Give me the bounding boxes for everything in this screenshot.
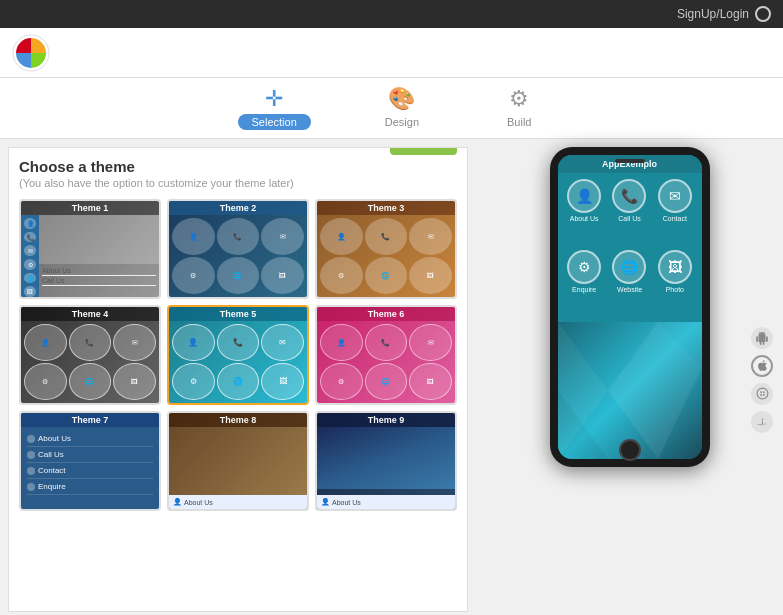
phone-app-grid: 👤 About Us 📞 Call Us ✉ Contact ⚙ Enquire [558, 173, 702, 322]
t6-icon-3: ✉ [409, 324, 452, 361]
phone-app-about-us[interactable]: 👤 About Us [564, 179, 605, 246]
theme-card-1[interactable]: Theme 1 👤 📞 ✉ ⚙ 🌐 🖼 About Us Call Us [19, 199, 161, 299]
phone-screen: AppExemplo 👤 About Us 📞 Call Us ✉ Contac… [558, 155, 702, 459]
main-content: Choose a theme (You also have the option… [0, 139, 783, 615]
t3-icon-4: ⚙ [320, 257, 363, 294]
svg-point-5 [757, 388, 768, 399]
wizard-step-design[interactable]: 🎨 Design [371, 86, 433, 130]
svg-rect-9 [763, 394, 765, 396]
theme2-title: Theme 2 [169, 201, 307, 215]
blackberry-icon[interactable] [751, 383, 773, 405]
phone-contact-icon: ✉ [658, 179, 692, 213]
t5-icon-1: 👤 [172, 324, 215, 361]
t2-icon-6: 🖼 [261, 257, 304, 294]
t3-icon-1: 👤 [320, 218, 363, 255]
phone-call-us-label: Call Us [618, 215, 641, 222]
phone-app-call-us[interactable]: 📞 Call Us [609, 179, 650, 246]
t2-icon-1: 👤 [172, 218, 215, 255]
phone-home-button[interactable] [619, 439, 641, 461]
theme-card-2[interactable]: Theme 2 👤 📞 ✉ ⚙ 🌐 🖼 [167, 199, 309, 299]
phone-app-title: AppExemplo [558, 155, 702, 173]
phone-contact-label: Contact [663, 215, 687, 222]
svg-rect-6 [760, 391, 762, 393]
phone-app-website[interactable]: 🌐 Website [609, 250, 650, 317]
design-label: Design [371, 114, 433, 130]
phone-photo-label: Photo [666, 286, 684, 293]
next-button[interactable]: Next [390, 147, 457, 155]
t3-icon-6: 🖼 [409, 257, 452, 294]
t2-icon-2: 📞 [217, 218, 260, 255]
amazon-icon[interactable] [751, 411, 773, 433]
t1-icon-5: 🌐 [24, 273, 36, 284]
theme6-title: Theme 6 [317, 307, 455, 321]
t4-icon-1: 👤 [24, 324, 67, 361]
phone-about-us-icon: 👤 [567, 179, 601, 213]
t7-list-item-4: Enquire [27, 479, 153, 495]
t3-icon-2: 📞 [365, 218, 408, 255]
theme4-title: Theme 4 [21, 307, 159, 321]
theme9-bottom-bar: 👤About Us [317, 495, 455, 509]
t3-icon-3: ✉ [409, 218, 452, 255]
t5-icon-4: ⚙ [172, 363, 215, 400]
theme8-title: Theme 8 [169, 413, 307, 427]
theme-card-5[interactable]: Theme 5 👤 📞 ✉ ⚙ 🌐 🖼 [167, 305, 309, 405]
theme-card-3[interactable]: Theme 3 👤 📞 ✉ ⚙ 🌐 🖼 [315, 199, 457, 299]
phone-app-contact[interactable]: ✉ Contact [654, 179, 695, 246]
android-icon[interactable] [751, 327, 773, 349]
t6-icon-5: 🌐 [365, 363, 408, 400]
t5-icon-2: 📞 [217, 324, 260, 361]
phone-enquire-icon: ⚙ [567, 250, 601, 284]
phone-website-label: Website [617, 286, 642, 293]
t6-icon-1: 👤 [320, 324, 363, 361]
theme-card-6[interactable]: Theme 6 👤 📞 ✉ ⚙ 🌐 🖼 [315, 305, 457, 405]
t6-icon-4: ⚙ [320, 363, 363, 400]
signup-login-link[interactable]: SignUp/Login [677, 7, 749, 21]
theme7-title: Theme 7 [21, 413, 159, 427]
selection-icon: ✛ [265, 86, 283, 112]
t7-list-item-3: Contact [27, 463, 153, 479]
t1-icon-2: 📞 [24, 232, 36, 243]
theme-card-9[interactable]: Theme 9 👤About Us [315, 411, 457, 511]
t7-list-item-2: Call Us [27, 447, 153, 463]
t4-icon-2: 📞 [69, 324, 112, 361]
t6-icon-6: 🖼 [409, 363, 452, 400]
build-label: Build [493, 114, 545, 130]
design-icon: 🎨 [388, 86, 415, 112]
svg-rect-8 [760, 394, 762, 396]
theme-card-7[interactable]: Theme 7 About Us Call Us Contact [19, 411, 161, 511]
header [0, 28, 783, 78]
theme3-title: Theme 3 [317, 201, 455, 215]
phone-about-us-label: About Us [570, 215, 599, 222]
globe-icon[interactable] [755, 6, 771, 22]
t5-icon-3: ✉ [261, 324, 304, 361]
top-bar-right: SignUp/Login [677, 6, 771, 22]
theme-card-4[interactable]: Theme 4 👤 📞 ✉ ⚙ 🌐 🖼 [19, 305, 161, 405]
t4-icon-5: 🌐 [69, 363, 112, 400]
left-panel: Choose a theme (You also have the option… [8, 147, 468, 612]
phone-app-enquire[interactable]: ⚙ Enquire [564, 250, 605, 317]
side-icons [751, 327, 773, 433]
t1-icon-3: ✉ [24, 245, 36, 256]
right-panel: AppExemplo 👤 About Us 📞 Call Us ✉ Contac… [476, 139, 783, 615]
t2-icon-3: ✉ [261, 218, 304, 255]
t4-icon-3: ✉ [113, 324, 156, 361]
t6-icon-2: 📞 [365, 324, 408, 361]
apple-icon[interactable] [751, 355, 773, 377]
t1-icon-1: 👤 [24, 218, 36, 229]
selection-label: Selection [238, 114, 311, 130]
t7-list-item-1: About Us [27, 431, 153, 447]
wizard-step-build[interactable]: ⚙ Build [493, 86, 545, 130]
svg-rect-7 [763, 391, 765, 393]
build-icon: ⚙ [509, 86, 529, 112]
wizard-step-selection[interactable]: ✛ Selection [238, 86, 311, 130]
phone-app-photo[interactable]: 🖼 Photo [654, 250, 695, 317]
panel-subtitle: (You also have the option to customize y… [19, 177, 294, 189]
top-bar: SignUp/Login [0, 0, 783, 28]
wizard: ✛ Selection 🎨 Design ⚙ Build [0, 78, 783, 139]
t4-icon-6: 🖼 [113, 363, 156, 400]
t2-icon-5: 🌐 [217, 257, 260, 294]
phone-website-icon: 🌐 [612, 250, 646, 284]
t3-icon-5: 🌐 [365, 257, 408, 294]
theme-card-8[interactable]: Theme 8 👤About Us [167, 411, 309, 511]
theme9-title: Theme 9 [317, 413, 455, 427]
